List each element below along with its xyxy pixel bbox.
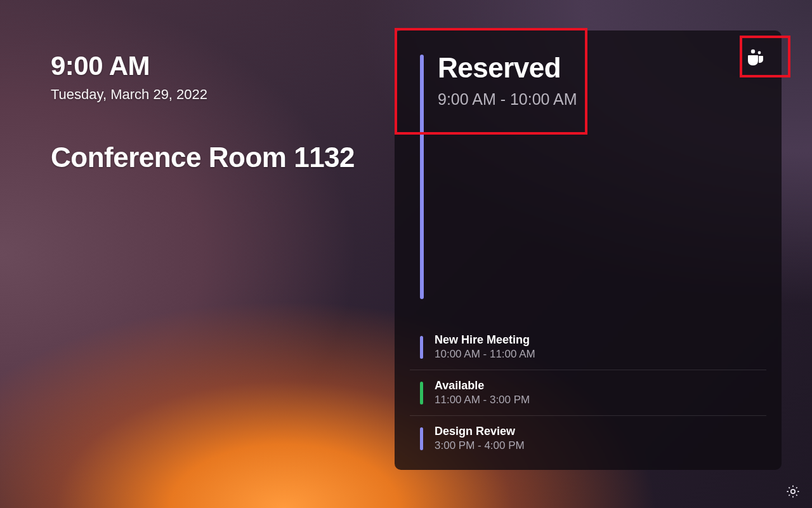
upcoming-item-bar bbox=[420, 427, 423, 450]
upcoming-item[interactable]: New Hire Meeting10:00 AM - 11:00 AM bbox=[410, 324, 766, 370]
current-meeting-text: Reserved 9:00 AM - 10:00 AM bbox=[438, 52, 756, 305]
room-info-panel: 9:00 AM Tuesday, March 29, 2022 Conferen… bbox=[51, 51, 355, 175]
upcoming-item[interactable]: Design Review3:00 PM - 4:00 PM bbox=[410, 415, 766, 461]
current-meeting-bar bbox=[420, 55, 424, 299]
upcoming-item-bar bbox=[420, 382, 423, 404]
upcoming-item[interactable]: Available11:00 AM - 3:00 PM bbox=[410, 370, 766, 415]
schedule-panel: Reserved 9:00 AM - 10:00 AM New Hire Mee… bbox=[395, 30, 782, 470]
upcoming-item-text: Available11:00 AM - 3:00 PM bbox=[435, 379, 530, 406]
clock-date: Tuesday, March 29, 2022 bbox=[51, 86, 355, 103]
upcoming-item-title: New Hire Meeting bbox=[435, 333, 535, 347]
upcoming-item-text: Design Review3:00 PM - 4:00 PM bbox=[435, 425, 525, 452]
svg-point-2 bbox=[791, 490, 795, 493]
current-meeting-time: 9:00 AM - 10:00 AM bbox=[438, 90, 756, 109]
svg-point-0 bbox=[751, 50, 755, 53]
teams-icon[interactable] bbox=[742, 44, 768, 70]
current-meeting-block[interactable]: Reserved 9:00 AM - 10:00 AM bbox=[395, 30, 782, 324]
upcoming-item-title: Design Review bbox=[435, 425, 525, 438]
upcoming-item-title: Available bbox=[435, 379, 530, 392]
clock-time: 9:00 AM bbox=[51, 51, 355, 81]
upcoming-list: New Hire Meeting10:00 AM - 11:00 AMAvail… bbox=[395, 324, 782, 470]
upcoming-item-text: New Hire Meeting10:00 AM - 11:00 AM bbox=[435, 333, 535, 361]
room-name: Conference Room 1132 bbox=[51, 141, 355, 175]
upcoming-item-time: 3:00 PM - 4:00 PM bbox=[435, 439, 525, 452]
upcoming-item-time: 11:00 AM - 3:00 PM bbox=[435, 394, 530, 406]
upcoming-item-bar bbox=[420, 336, 423, 359]
upcoming-item-time: 10:00 AM - 11:00 AM bbox=[435, 348, 535, 361]
current-meeting-title: Reserved bbox=[438, 52, 756, 84]
gear-icon bbox=[785, 484, 801, 499]
svg-point-1 bbox=[758, 51, 761, 55]
settings-button[interactable] bbox=[783, 481, 803, 502]
